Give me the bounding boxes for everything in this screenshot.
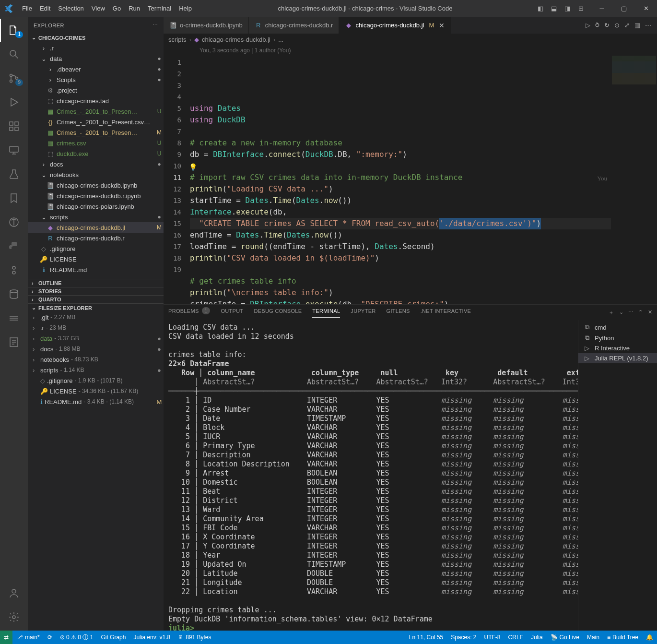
activity-bookmarks[interactable] — [0, 187, 28, 210]
code-line[interactable] — [190, 126, 611, 137]
activity-python[interactable] — [0, 235, 28, 258]
menu-file[interactable]: File — [19, 5, 35, 12]
breadcrumbs[interactable]: scripts›◆ chicago-crimes-duckdb.jl›... — [164, 34, 657, 46]
maximize-button[interactable]: ▢ — [613, 0, 635, 17]
golive-indicator[interactable]: 📡 Go Live — [547, 634, 583, 641]
filesize-row[interactable]: ℹREADME.md - 3.4 KB - (1.14 KB)M — [28, 396, 164, 407]
problems-indicator[interactable]: ⊘ 0 ⚠ 0 ⓘ 1 — [56, 631, 97, 644]
customize-layout-icon[interactable]: ⊞ — [575, 3, 586, 14]
menu-help[interactable]: Help — [176, 5, 195, 12]
editor-tab[interactable]: Rchicago-crimes-duckdb.r — [249, 17, 340, 34]
tree-item[interactable]: {}Crimes_-_2001_to_Present.csv… — [28, 117, 164, 127]
activity-notes[interactable] — [0, 331, 28, 354]
julia-env-indicator[interactable]: Julia env: v1.8 — [129, 631, 174, 644]
section-outline[interactable]: ›OUTLINE — [28, 279, 164, 287]
activity-account[interactable] — [0, 582, 28, 605]
menu-edit[interactable]: Edit — [36, 5, 54, 12]
notifications-indicator[interactable]: 🔔 — [642, 634, 657, 641]
tree-item[interactable]: ▦Crimes_-_2001_to_Presen…U — [28, 106, 164, 117]
activity-settings[interactable] — [0, 606, 28, 629]
remote-indicator[interactable]: ⇄ — [0, 631, 12, 644]
window-indicator[interactable]: Main — [583, 634, 603, 641]
panel-tab-jupyter[interactable]: JUPYTER — [351, 307, 375, 318]
code-line[interactable] — [190, 264, 611, 275]
panel-tab-output[interactable]: OUTPUT — [221, 307, 243, 318]
menu-terminal[interactable]: Terminal — [144, 5, 175, 12]
tree-item[interactable]: 📓chicago-crimes-polars.ipynb — [28, 201, 164, 212]
panel-tab-terminal[interactable]: TERMINAL — [312, 307, 340, 318]
tree-item[interactable]: ›.r — [28, 43, 164, 53]
activity-remote[interactable] — [0, 139, 28, 162]
cursor-position[interactable]: Ln 11, Col 55 — [405, 634, 447, 641]
breadcrumb-item[interactable]: ... — [278, 36, 283, 43]
ellipsis-icon[interactable]: ⊙ — [614, 22, 620, 29]
filesize-row[interactable]: ›docs - 1.88 MB● — [28, 344, 164, 354]
toggle-panel-bottom-icon[interactable]: ⬓ — [549, 3, 559, 14]
panel-tab-problems[interactable]: PROBLEMS1 — [168, 307, 210, 318]
code-line[interactable]: "CREATE TABLE crimes AS SELECT * FROM re… — [190, 218, 611, 229]
panel-tab-gitlens[interactable]: GITLENS — [387, 307, 410, 318]
terminal-item[interactable]: ▷R Interactive — [578, 343, 657, 353]
tree-item[interactable]: ◇.gitignore — [28, 243, 164, 254]
diff-icon[interactable]: ⤢ — [624, 22, 630, 29]
section-stories[interactable]: ›STORIES — [28, 287, 164, 295]
code-line[interactable]: Interface.execute(db, — [190, 206, 611, 218]
more-icon[interactable]: ⋯ — [645, 22, 651, 29]
breadcrumb-item[interactable]: chicago-crimes-duckdb.jl — [202, 36, 270, 43]
filesize-row[interactable]: ›scripts - 1.14 KB● — [28, 365, 164, 375]
tree-item[interactable]: 🔑LICENSE — [28, 254, 164, 264]
breadcrumb-item[interactable]: scripts — [168, 36, 187, 43]
tree-item[interactable]: 📓chicago-crimes-duckdb.r.ipynb — [28, 191, 164, 201]
tree-item[interactable]: 📓chicago-crimes-duckdb.ipynb — [28, 180, 164, 191]
more-run-icon[interactable]: ⥁ — [595, 22, 599, 29]
activity-jupyter[interactable] — [0, 259, 28, 282]
tree-item[interactable]: ⬚chicago-crimes.tad — [28, 95, 164, 106]
lightbulb-icon[interactable]: 💡 — [190, 161, 197, 173]
code-line[interactable]: # get crimes table info — [190, 275, 611, 287]
filesize-explorer-header[interactable]: ⌄ FILESIZE EXPLORER — [28, 303, 164, 312]
code-line[interactable]: println("\ncrimes table info:") — [190, 287, 611, 298]
tree-item[interactable]: ▦crimes.csvU — [28, 138, 164, 148]
tree-item[interactable]: ⬚duckdb.exeU — [28, 148, 164, 159]
panel-tab-.net-interactive[interactable]: .NET INTERACTIVE — [421, 307, 471, 318]
activity-run[interactable] — [0, 91, 28, 114]
close-panel-icon[interactable]: ✕ — [648, 309, 652, 316]
filesize-row[interactable]: ›.git - 2.27 MB — [28, 312, 164, 322]
close-tab-icon[interactable]: ✕ — [439, 22, 445, 29]
split-icon[interactable]: ▥ — [634, 22, 640, 29]
terminal-item[interactable]: ⧉cmd — [578, 322, 657, 333]
tree-item[interactable]: ⚙.project — [28, 85, 164, 95]
encoding-indicator[interactable]: UTF-8 — [481, 634, 504, 641]
language-indicator[interactable]: Julia — [527, 634, 547, 641]
gitgraph-indicator[interactable]: Git Graph — [97, 631, 129, 644]
filesize-row[interactable]: ◇.gitignore - 1.9 KB - (1017 B) — [28, 375, 164, 386]
buildtree-indicator[interactable]: ≡ Build Tree — [603, 634, 642, 641]
editor-tab[interactable]: 📓o-crimes-duckdb.ipynb — [164, 17, 249, 34]
sync-indicator[interactable]: ⟳ — [44, 631, 56, 644]
new-terminal-icon[interactable]: ＋ — [609, 309, 614, 316]
filesize-row[interactable]: ›notebooks - 48.73 KB — [28, 354, 164, 365]
workspace-header[interactable]: ⌄ CHICAGO-CRIMES — [28, 34, 164, 42]
tree-item[interactable]: ◆chicago-crimes-duckdb.jlM — [28, 222, 164, 233]
tree-item[interactable]: ›.dbeaver● — [28, 64, 164, 74]
eol-indicator[interactable]: CRLF — [504, 634, 527, 641]
code-line[interactable]: using Dates — [190, 103, 611, 114]
sidebar-more-icon[interactable]: ⋯ — [153, 22, 158, 28]
activity-explorer[interactable]: 1 — [0, 19, 28, 42]
run-icon[interactable]: ▷ — [586, 22, 590, 29]
code-line[interactable]: db = DBInterface.connect(DuckDB.DB, ":me… — [190, 149, 611, 160]
activity-extensions[interactable] — [0, 115, 28, 138]
tree-item[interactable]: ⌄notebooks — [28, 169, 164, 180]
tree-item[interactable]: ⌄scripts● — [28, 212, 164, 222]
activity-database[interactable] — [0, 283, 28, 306]
section-quarto[interactable]: ›QUARTO — [28, 295, 164, 303]
toggle-panel-right-icon[interactable]: ◨ — [562, 3, 573, 14]
code-line[interactable]: loadTime = round((endTime - startTime), … — [190, 241, 611, 252]
filesize-row[interactable]: ›.r - 23 MB — [28, 322, 164, 333]
activity-scm[interactable]: 9 — [0, 67, 28, 90]
tree-item[interactable]: ›Scripts● — [28, 74, 164, 85]
filesize-indicator[interactable]: 🗎 891 Bytes — [174, 631, 215, 644]
activity-test[interactable] — [0, 163, 28, 186]
panel-tab-debug-console[interactable]: DEBUG CONSOLE — [254, 307, 302, 318]
tree-item[interactable]: ⌄data● — [28, 53, 164, 64]
